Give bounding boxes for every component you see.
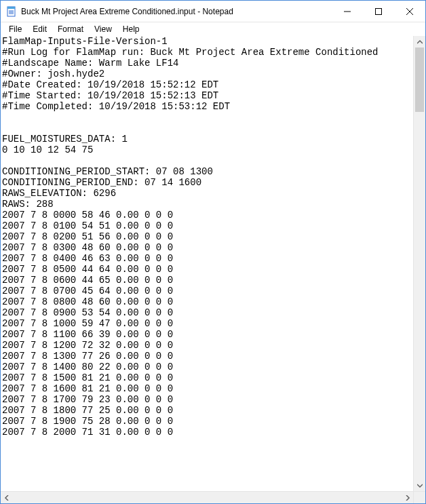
menu-help[interactable]: Help bbox=[117, 23, 145, 35]
svg-rect-1 bbox=[7, 7, 15, 9]
notepad-app-icon bbox=[6, 6, 17, 17]
titlebar[interactable]: Buck Mt Project Area Extreme Conditioned… bbox=[1, 1, 425, 22]
vertical-scroll-track[interactable] bbox=[414, 47, 425, 480]
window-title: Buck Mt Project Area Extreme Conditioned… bbox=[21, 7, 332, 16]
scroll-right-arrow-icon[interactable] bbox=[402, 492, 413, 503]
horizontal-scroll-track[interactable] bbox=[12, 492, 402, 503]
horizontal-scrollbar[interactable] bbox=[1, 491, 425, 503]
scroll-left-arrow-icon[interactable] bbox=[1, 492, 12, 503]
text-content-wrapper: FlamMap-Inputs-File-Version-1 #Run Log f… bbox=[1, 36, 425, 491]
menu-edit[interactable]: Edit bbox=[27, 23, 52, 35]
notepad-window: Buck Mt Project Area Extreme Conditioned… bbox=[0, 0, 426, 504]
scrollbar-corner bbox=[413, 492, 425, 503]
svg-rect-6 bbox=[376, 8, 382, 14]
close-button[interactable] bbox=[394, 1, 425, 22]
menu-format[interactable]: Format bbox=[52, 23, 89, 35]
scroll-up-arrow-icon[interactable] bbox=[414, 36, 425, 47]
menubar: File Edit Format View Help bbox=[1, 22, 425, 36]
vertical-scrollbar[interactable] bbox=[413, 36, 425, 491]
scroll-down-arrow-icon[interactable] bbox=[414, 480, 425, 491]
menu-view[interactable]: View bbox=[89, 23, 117, 35]
menu-file[interactable]: File bbox=[3, 23, 27, 35]
vertical-scroll-thumb[interactable] bbox=[415, 47, 424, 112]
window-controls bbox=[332, 1, 425, 22]
maximize-button[interactable] bbox=[363, 1, 394, 22]
document-text-area[interactable]: FlamMap-Inputs-File-Version-1 #Run Log f… bbox=[1, 36, 413, 491]
minimize-button[interactable] bbox=[332, 1, 363, 22]
